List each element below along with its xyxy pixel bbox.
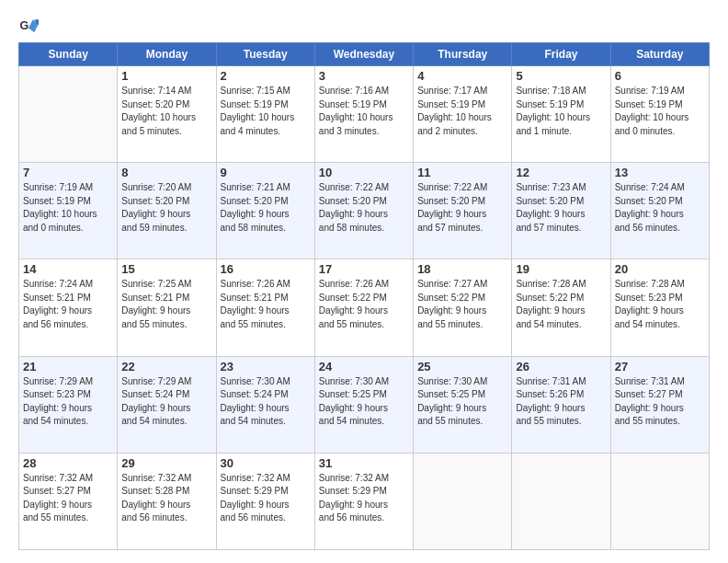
day-header-sunday: Sunday: [19, 43, 118, 66]
day-info: Sunrise: 7:17 AM Sunset: 5:19 PM Dayligh…: [417, 85, 507, 138]
day-info: Sunrise: 7:16 AM Sunset: 5:19 PM Dayligh…: [319, 85, 409, 138]
day-number: 11: [417, 166, 507, 179]
day-number: 21: [23, 360, 113, 373]
calendar-table: SundayMondayTuesdayWednesdayThursdayFrid…: [18, 42, 710, 550]
day-info: Sunrise: 7:26 AM Sunset: 5:22 PM Dayligh…: [319, 278, 409, 331]
day-header-tuesday: Tuesday: [216, 43, 314, 66]
calendar-week-row: 1Sunrise: 7:14 AM Sunset: 5:20 PM Daylig…: [19, 66, 710, 163]
day-info: Sunrise: 7:32 AM Sunset: 5:27 PM Dayligh…: [23, 472, 113, 525]
day-info: Sunrise: 7:20 AM Sunset: 5:20 PM Dayligh…: [121, 181, 211, 235]
calendar-day-20: 20Sunrise: 7:28 AM Sunset: 5:23 PM Dayli…: [610, 259, 709, 356]
calendar-day-30: 30Sunrise: 7:32 AM Sunset: 5:29 PM Dayli…: [216, 453, 314, 549]
day-header-saturday: Saturday: [610, 43, 709, 66]
calendar-day-15: 15Sunrise: 7:25 AM Sunset: 5:21 PM Dayli…: [118, 259, 216, 356]
day-info: Sunrise: 7:22 AM Sunset: 5:20 PM Dayligh…: [319, 181, 409, 235]
day-info: Sunrise: 7:19 AM Sunset: 5:19 PM Dayligh…: [615, 85, 705, 138]
calendar-day-11: 11Sunrise: 7:22 AM Sunset: 5:20 PM Dayli…: [414, 163, 512, 259]
calendar-day-18: 18Sunrise: 7:27 AM Sunset: 5:22 PM Dayli…: [414, 259, 512, 356]
day-info: Sunrise: 7:22 AM Sunset: 5:20 PM Dayligh…: [417, 181, 507, 235]
day-header-monday: Monday: [118, 43, 216, 66]
calendar-day-31: 31Sunrise: 7:32 AM Sunset: 5:29 PM Dayli…: [314, 453, 413, 549]
day-info: Sunrise: 7:26 AM Sunset: 5:21 PM Dayligh…: [221, 278, 311, 331]
calendar-day-12: 12Sunrise: 7:23 AM Sunset: 5:20 PM Dayli…: [512, 163, 610, 259]
day-info: Sunrise: 7:27 AM Sunset: 5:22 PM Dayligh…: [417, 278, 507, 331]
day-number: 29: [121, 456, 211, 470]
calendar-header-row: SundayMondayTuesdayWednesdayThursdayFrid…: [19, 43, 710, 66]
day-number: 26: [516, 360, 606, 373]
calendar-day-2: 2Sunrise: 7:15 AM Sunset: 5:19 PM Daylig…: [216, 66, 314, 163]
calendar-day-21: 21Sunrise: 7:29 AM Sunset: 5:23 PM Dayli…: [19, 356, 118, 453]
calendar-week-row: 28Sunrise: 7:32 AM Sunset: 5:27 PM Dayli…: [19, 453, 710, 549]
day-number: 31: [319, 456, 409, 470]
day-number: 14: [23, 262, 113, 276]
day-number: 12: [516, 166, 606, 179]
day-info: Sunrise: 7:30 AM Sunset: 5:24 PM Dayligh…: [221, 375, 311, 429]
day-number: 7: [23, 166, 113, 179]
calendar-day-13: 13Sunrise: 7:24 AM Sunset: 5:20 PM Dayli…: [610, 163, 709, 259]
day-number: 30: [221, 456, 311, 470]
day-info: Sunrise: 7:15 AM Sunset: 5:19 PM Dayligh…: [221, 85, 311, 138]
day-number: 25: [417, 360, 507, 373]
day-number: 16: [221, 262, 311, 276]
calendar-day-29: 29Sunrise: 7:32 AM Sunset: 5:28 PM Dayli…: [118, 453, 216, 549]
calendar-day-empty: [19, 66, 118, 163]
day-info: Sunrise: 7:18 AM Sunset: 5:19 PM Dayligh…: [516, 85, 606, 138]
logo-icon: G: [18, 17, 39, 37]
day-number: 4: [417, 69, 507, 83]
day-header-friday: Friday: [512, 43, 610, 66]
calendar-day-7: 7Sunrise: 7:19 AM Sunset: 5:19 PM Daylig…: [19, 163, 118, 259]
day-info: Sunrise: 7:21 AM Sunset: 5:20 PM Dayligh…: [221, 181, 311, 235]
calendar-day-5: 5Sunrise: 7:18 AM Sunset: 5:19 PM Daylig…: [512, 66, 610, 163]
calendar-day-23: 23Sunrise: 7:30 AM Sunset: 5:24 PM Dayli…: [216, 356, 314, 453]
day-number: 18: [417, 262, 507, 276]
svg-text:G: G: [20, 19, 29, 32]
day-number: 28: [23, 456, 113, 470]
calendar-day-empty: [512, 453, 610, 549]
calendar-day-16: 16Sunrise: 7:26 AM Sunset: 5:21 PM Dayli…: [216, 259, 314, 356]
day-number: 20: [615, 262, 705, 276]
day-number: 27: [615, 360, 705, 373]
day-number: 19: [516, 262, 606, 276]
calendar-day-empty: [610, 453, 709, 549]
day-number: 5: [516, 69, 606, 83]
day-info: Sunrise: 7:25 AM Sunset: 5:21 PM Dayligh…: [121, 278, 211, 331]
day-info: Sunrise: 7:24 AM Sunset: 5:20 PM Dayligh…: [615, 181, 705, 235]
day-info: Sunrise: 7:14 AM Sunset: 5:20 PM Dayligh…: [121, 85, 211, 138]
day-number: 9: [221, 166, 311, 179]
calendar-day-22: 22Sunrise: 7:29 AM Sunset: 5:24 PM Dayli…: [118, 356, 216, 453]
calendar-week-row: 21Sunrise: 7:29 AM Sunset: 5:23 PM Dayli…: [19, 356, 710, 453]
calendar-day-24: 24Sunrise: 7:30 AM Sunset: 5:25 PM Dayli…: [314, 356, 413, 453]
calendar-day-6: 6Sunrise: 7:19 AM Sunset: 5:19 PM Daylig…: [610, 66, 709, 163]
day-number: 6: [615, 69, 705, 83]
day-info: Sunrise: 7:29 AM Sunset: 5:23 PM Dayligh…: [23, 375, 113, 429]
day-info: Sunrise: 7:32 AM Sunset: 5:29 PM Dayligh…: [221, 472, 311, 525]
logo: G: [18, 17, 42, 37]
day-number: 8: [121, 166, 211, 179]
calendar-day-8: 8Sunrise: 7:20 AM Sunset: 5:20 PM Daylig…: [118, 163, 216, 259]
calendar-day-26: 26Sunrise: 7:31 AM Sunset: 5:26 PM Dayli…: [512, 356, 610, 453]
calendar-week-row: 14Sunrise: 7:24 AM Sunset: 5:21 PM Dayli…: [19, 259, 710, 356]
day-info: Sunrise: 7:32 AM Sunset: 5:28 PM Dayligh…: [121, 472, 211, 525]
calendar-day-17: 17Sunrise: 7:26 AM Sunset: 5:22 PM Dayli…: [314, 259, 413, 356]
day-info: Sunrise: 7:31 AM Sunset: 5:27 PM Dayligh…: [615, 375, 705, 429]
day-number: 22: [121, 360, 211, 373]
day-header-thursday: Thursday: [414, 43, 512, 66]
day-number: 1: [121, 69, 211, 83]
calendar-day-28: 28Sunrise: 7:32 AM Sunset: 5:27 PM Dayli…: [19, 453, 118, 549]
calendar-day-9: 9Sunrise: 7:21 AM Sunset: 5:20 PM Daylig…: [216, 163, 314, 259]
day-info: Sunrise: 7:31 AM Sunset: 5:26 PM Dayligh…: [516, 375, 606, 429]
day-info: Sunrise: 7:30 AM Sunset: 5:25 PM Dayligh…: [319, 375, 409, 429]
day-info: Sunrise: 7:29 AM Sunset: 5:24 PM Dayligh…: [121, 375, 211, 429]
day-info: Sunrise: 7:23 AM Sunset: 5:20 PM Dayligh…: [516, 181, 606, 235]
day-info: Sunrise: 7:19 AM Sunset: 5:19 PM Dayligh…: [23, 181, 113, 235]
day-info: Sunrise: 7:28 AM Sunset: 5:22 PM Dayligh…: [516, 278, 606, 331]
day-number: 15: [121, 262, 211, 276]
day-number: 13: [615, 166, 705, 179]
calendar-day-3: 3Sunrise: 7:16 AM Sunset: 5:19 PM Daylig…: [314, 66, 413, 163]
day-info: Sunrise: 7:32 AM Sunset: 5:29 PM Dayligh…: [319, 472, 409, 525]
day-header-wednesday: Wednesday: [314, 43, 413, 66]
calendar-day-1: 1Sunrise: 7:14 AM Sunset: 5:20 PM Daylig…: [118, 66, 216, 163]
calendar-day-25: 25Sunrise: 7:30 AM Sunset: 5:25 PM Dayli…: [414, 356, 512, 453]
calendar-day-19: 19Sunrise: 7:28 AM Sunset: 5:22 PM Dayli…: [512, 259, 610, 356]
page: G SundayMondayTuesdayWednesdayThursdayFr…: [0, 0, 728, 563]
